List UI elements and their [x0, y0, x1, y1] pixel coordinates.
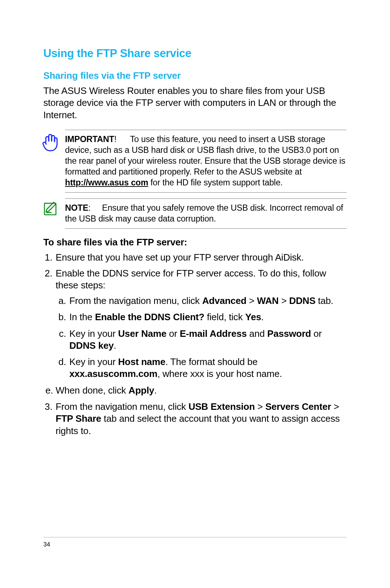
- text: From the navigation menu, click: [69, 295, 202, 306]
- text: and: [247, 328, 267, 339]
- bold: Advanced: [202, 295, 247, 306]
- text: , where xxx is your host name.: [157, 368, 282, 379]
- page-content: Using the FTP Share service Sharing file…: [43, 47, 347, 441]
- bold: Password: [267, 328, 311, 339]
- note-pencil-icon: [42, 202, 58, 220]
- important-callout: IMPORTANT! To use this feature, you need…: [65, 130, 347, 193]
- step-2d: Key in your Host name. The format should…: [69, 356, 347, 380]
- text: >: [279, 295, 289, 306]
- note-colon: :: [88, 203, 90, 213]
- step-2b: In the Enable the DDNS Client? field, ti…: [69, 311, 347, 323]
- important-bang: !: [114, 134, 116, 144]
- subsection-heading: Sharing files via the FTP server: [43, 70, 347, 81]
- step-2a: From the navigation menu, click Advanced…: [69, 295, 347, 307]
- step-2-lead: Enable the DDNS service for FTP server a…: [56, 268, 326, 291]
- bold: Host name: [118, 356, 165, 367]
- bold: FTP Share: [56, 413, 101, 424]
- bold: USB Extension: [188, 401, 255, 412]
- step-2e: When done, click Apply.: [56, 385, 347, 396]
- bold: WAN: [257, 295, 279, 306]
- bold: User Name: [118, 328, 166, 339]
- steps-list: Ensure that you have set up your FTP ser…: [43, 252, 347, 437]
- bold: xxx.asuscomm.com: [69, 368, 157, 379]
- text: >: [255, 401, 265, 412]
- bold: Apply: [129, 385, 154, 396]
- note-callout: NOTE: Ensure that you safely remove the …: [65, 198, 347, 229]
- text: .: [114, 340, 116, 351]
- bold: DDNS: [289, 295, 316, 306]
- step-1-text: Ensure that you have set up your FTP ser…: [56, 252, 304, 263]
- text: From the navigation menu, click: [56, 401, 188, 412]
- text: >: [331, 401, 339, 412]
- text: or: [311, 328, 322, 339]
- note-label: NOTE: [65, 203, 88, 213]
- text: field, tick: [204, 312, 245, 322]
- page-number: 34: [43, 541, 50, 548]
- important-text-2: for the HD file system support table.: [148, 178, 282, 187]
- step-2c: Key in your User Name or E-mail Address …: [69, 328, 347, 352]
- text: . The format should be: [165, 356, 257, 367]
- bold: Enable the DDNS Client?: [95, 312, 204, 322]
- footer-rule: [43, 537, 347, 537]
- section-heading: Using the FTP Share service: [43, 47, 347, 60]
- text: Key in your: [69, 356, 118, 367]
- step-2: Enable the DDNS service for FTP server a…: [55, 267, 347, 396]
- text: >: [247, 295, 257, 306]
- hand-stop-icon: [42, 133, 58, 152]
- bold: Servers Center: [265, 401, 331, 412]
- text: or: [166, 328, 180, 339]
- text: tab.: [316, 295, 334, 306]
- bold: DDNS key: [69, 340, 114, 351]
- text: .: [261, 312, 264, 322]
- important-link[interactable]: http://www.asus com: [65, 178, 148, 187]
- step-3: From the navigation menu, click USB Exte…: [55, 401, 347, 437]
- text: Key in your: [69, 328, 118, 339]
- bold: Yes: [245, 312, 261, 322]
- bold: E-mail Address: [180, 328, 247, 339]
- step-1: Ensure that you have set up your FTP ser…: [55, 252, 347, 263]
- text: When done, click: [56, 385, 129, 396]
- text: .: [154, 385, 157, 396]
- step-2-sublist: From the navigation menu, click Advanced…: [56, 295, 347, 396]
- text: In the: [69, 312, 95, 322]
- important-label: IMPORTANT: [65, 134, 114, 144]
- intro-paragraph: The ASUS Wireless Router enables you to …: [43, 85, 347, 121]
- steps-heading: To share files via the FTP server:: [43, 237, 347, 248]
- note-text: Ensure that you safely remove the USB di…: [65, 203, 343, 223]
